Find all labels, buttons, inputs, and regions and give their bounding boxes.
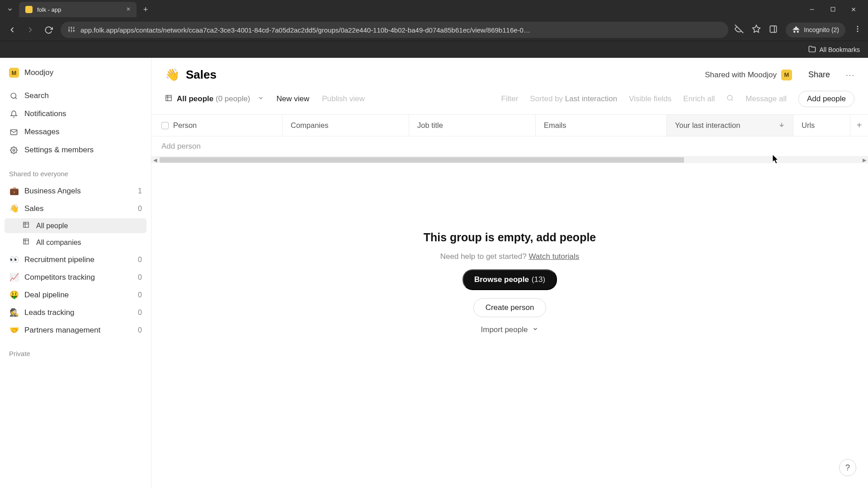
column-urls[interactable]: Urls: [793, 115, 850, 136]
add-person-input[interactable]: Add person: [151, 136, 868, 157]
page-header: 👋 Sales Shared with Moodjoy M Share ⋯: [151, 58, 868, 91]
scrollbar-thumb[interactable]: [160, 157, 684, 163]
chevron-down-icon: [258, 94, 264, 103]
column-emails[interactable]: Emails: [536, 115, 667, 136]
browse-label: Browse people: [474, 275, 529, 284]
workspace-name: Moodjoy: [24, 68, 53, 77]
message-all-button[interactable]: Message all: [745, 94, 787, 103]
scroll-left-icon[interactable]: ◀: [151, 157, 159, 163]
app-root: M Moodjoy Search Notifications Messages …: [0, 58, 868, 488]
sidebar-group-deal[interactable]: 🤑 Deal pipeline 0: [5, 287, 146, 303]
select-all-checkbox[interactable]: [161, 122, 169, 129]
sidebar-search-label: Search: [24, 91, 49, 100]
forward-icon[interactable]: [24, 24, 36, 36]
page-more-icon[interactable]: ⋯: [845, 70, 854, 80]
sidebar-group-business-angels[interactable]: 💼 Business Angels 1: [5, 183, 146, 199]
browse-people-button[interactable]: Browse people (13): [462, 269, 557, 290]
help-button[interactable]: ?: [839, 459, 856, 476]
add-column-button[interactable]: +: [850, 115, 868, 136]
table-header-row: Person Companies Job title Emails Your l…: [151, 115, 868, 136]
view-count: (0 people): [216, 94, 250, 103]
group-emoji: 💼: [9, 186, 19, 196]
horizontal-scrollbar[interactable]: ◀ ▶: [151, 157, 868, 163]
group-label: Recruitment pipeline: [24, 255, 94, 264]
sidebar-notifications-label: Notifications: [24, 109, 66, 118]
all-bookmarks-button[interactable]: All Bookmarks: [808, 45, 860, 54]
filter-button[interactable]: Filter: [501, 94, 519, 103]
browser-tab[interactable]: folk - app: [19, 2, 137, 17]
view-selector[interactable]: All people (0 people): [165, 94, 264, 104]
sidebar-section-shared: Shared to everyone: [5, 160, 146, 181]
column-job-title[interactable]: Job title: [409, 115, 536, 136]
tab-close-icon[interactable]: [126, 6, 131, 13]
url-input[interactable]: app.folk.app/apps/contacts/network/ccaa7…: [61, 22, 728, 38]
sidebar-search[interactable]: Search: [5, 88, 146, 104]
column-companies[interactable]: Companies: [283, 115, 409, 136]
group-count: 0: [138, 326, 142, 334]
sidebar-group-recruitment[interactable]: 👀 Recruitment pipeline 0: [5, 252, 146, 267]
svg-marker-16: [753, 25, 760, 33]
sidebar-subview-all-people[interactable]: All people: [5, 218, 146, 233]
group-count: 0: [138, 205, 142, 213]
incognito-label: Incognito (2): [804, 26, 839, 33]
column-last-interaction[interactable]: Your last interaction: [667, 115, 793, 136]
sidebar-group-competitors[interactable]: 📈 Competitors tracking 0: [5, 269, 146, 285]
subview-label: All people: [36, 222, 68, 230]
group-emoji: 🤑: [9, 290, 19, 300]
svg-rect-17: [770, 26, 777, 32]
tabs-dropdown-icon[interactable]: [4, 3, 16, 16]
shared-with-indicator[interactable]: Shared with Moodjoy M: [705, 70, 792, 80]
browse-count: (13): [532, 275, 545, 284]
sidebar-group-sales[interactable]: 👋 Sales 0: [5, 201, 146, 216]
group-count: 0: [138, 309, 142, 317]
group-count: 1: [138, 187, 142, 195]
back-icon[interactable]: [6, 24, 18, 36]
svg-rect-26: [24, 222, 28, 227]
workspace-switcher[interactable]: M Moodjoy: [5, 64, 146, 86]
create-person-button[interactable]: Create person: [473, 298, 547, 317]
sidebar-group-partners[interactable]: 🤝 Partners management 0: [5, 322, 146, 338]
bookmark-star-icon[interactable]: [752, 24, 761, 35]
maximize-icon[interactable]: [828, 6, 837, 13]
sidebar-notifications[interactable]: Notifications: [5, 106, 146, 122]
view-toolbar: All people (0 people) New view Publish v…: [151, 91, 868, 114]
search-icon: [9, 92, 18, 100]
panel-icon[interactable]: [769, 25, 778, 35]
incognito-indicator[interactable]: Incognito (2): [786, 23, 845, 38]
column-person[interactable]: Person: [151, 115, 283, 136]
site-settings-icon[interactable]: [68, 26, 75, 34]
enrich-all-button[interactable]: Enrich all: [683, 94, 715, 103]
toolbar-search-icon[interactable]: [726, 94, 734, 104]
import-people-button[interactable]: Import people: [481, 325, 539, 334]
gear-icon: [9, 146, 18, 154]
eye-off-icon[interactable]: [735, 24, 744, 35]
add-people-button[interactable]: Add people: [798, 91, 854, 107]
sidebar-group-leads[interactable]: 🕵️ Leads tracking 0: [5, 305, 146, 320]
chevron-down-icon: [532, 325, 538, 334]
import-label: Import people: [481, 325, 528, 334]
tab-title: folk - app: [37, 6, 61, 13]
sidebar-subview-all-companies[interactable]: All companies: [5, 235, 146, 250]
group-label: Partners management: [24, 326, 100, 335]
minimize-icon[interactable]: [807, 6, 816, 13]
watch-tutorials-link[interactable]: Watch tutorials: [528, 252, 579, 261]
visible-fields-button[interactable]: Visible fields: [629, 94, 671, 103]
reload-icon[interactable]: [42, 24, 54, 36]
publish-view-button[interactable]: Publish view: [322, 94, 365, 103]
workspace-badge: M: [9, 68, 19, 78]
browser-menu-icon[interactable]: [854, 25, 862, 35]
new-tab-button[interactable]: +: [139, 3, 152, 16]
share-button[interactable]: Share: [808, 70, 830, 80]
sort-desc-icon[interactable]: [778, 121, 785, 130]
new-view-button[interactable]: New view: [277, 94, 310, 103]
sort-button[interactable]: Sorted by Last interaction: [530, 94, 617, 103]
column-label: Person: [173, 121, 197, 130]
sidebar-messages[interactable]: Messages: [5, 124, 146, 140]
sidebar-settings[interactable]: Settings & members: [5, 142, 146, 158]
svg-line-36: [731, 99, 733, 101]
svg-line-23: [15, 97, 16, 99]
mail-icon: [9, 128, 18, 136]
scroll-right-icon[interactable]: ▶: [861, 157, 868, 163]
sidebar-section-private: Private: [5, 340, 146, 361]
close-window-icon[interactable]: [849, 6, 858, 13]
